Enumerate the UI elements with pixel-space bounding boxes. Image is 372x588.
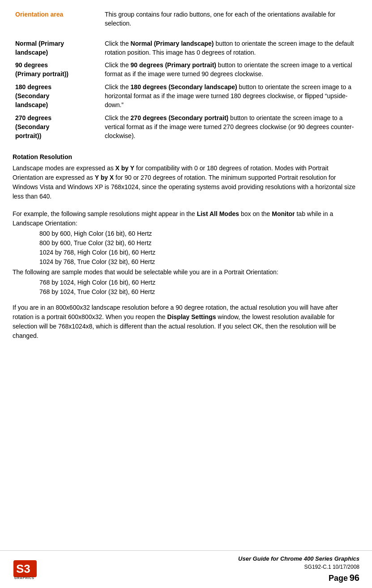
orientation-area-desc-cell: This group contains four radio buttons, … xyxy=(102,8,359,34)
orientation-area-row: Orientation area This group contains fou… xyxy=(13,8,359,34)
orientation-area-label-cell: Orientation area xyxy=(13,8,102,34)
x-by-y-bold: X by Y xyxy=(115,164,135,172)
footer-title: User Guide for Chrome 400 Series Graphic… xyxy=(238,554,359,563)
bold-90: 90 degrees (Primary portrait) xyxy=(131,61,216,69)
desc-180: Click the 180 degrees (Secondary landsca… xyxy=(102,81,359,112)
monitor-bold: Monitor xyxy=(272,210,295,217)
landscape-list: 800 by 600, High Color (16 bit), 60 Hert… xyxy=(39,229,359,267)
footer-page-number: Page 96 xyxy=(238,571,359,584)
resolution-note-section: If you are in an 800x600x32 landscape re… xyxy=(13,303,359,341)
orientation-item-0: Normal (Primarylandscape) Click the Norm… xyxy=(13,37,359,59)
landscape-item-3: 1024 by 768, High Color (16 bit), 60 Her… xyxy=(39,248,359,257)
portrait-item-1: 768 by 1024, High Color (16 bit), 60 Her… xyxy=(39,278,359,287)
example-section: For example, the following sample resolu… xyxy=(13,209,359,297)
y-by-x-bold: Y by X xyxy=(95,174,114,181)
bold-270: 270 degrees (Secondary portrait) xyxy=(131,114,229,121)
resolution-note-text: If you are in an 800x600x32 landscape re… xyxy=(13,303,359,341)
list-all-modes-bold: List All Modes xyxy=(197,210,239,217)
orientation-item-1: 90 degrees(Primary portrait)) Click the … xyxy=(13,59,359,81)
term-180: 180 degrees(Secondarylandscape) xyxy=(13,81,102,112)
orientation-item-3: 270 degrees(Secondaryportrait)) Click th… xyxy=(13,112,359,143)
svg-text:S3: S3 xyxy=(16,562,30,575)
display-settings-bold: Display Settings xyxy=(167,313,216,320)
orientation-item-2: 180 degrees(Secondarylandscape) Click th… xyxy=(13,81,359,112)
spacer-row-1 xyxy=(13,34,359,37)
footer-page-num-value: 96 xyxy=(350,573,359,583)
s3-graphics-logo: S3 GRAPHICS xyxy=(13,558,39,580)
landscape-item-1: 800 by 600, High Color (16 bit), 60 Hert… xyxy=(39,229,359,238)
landscape-item-4: 1024 by 768, True Color (32 bit), 60 Her… xyxy=(39,257,359,267)
example-intro: For example, the following sample resolu… xyxy=(13,209,359,228)
term-270: 270 degrees(Secondaryportrait)) xyxy=(13,112,102,143)
footer-doc-id: SG192-C.1 10/17/2008 xyxy=(238,563,359,571)
rotation-resolution-title: Rotation Resolution xyxy=(13,152,359,162)
desc-normal: Click the Normal (Primary landscape) but… xyxy=(102,37,359,59)
svg-text:GRAPHICS: GRAPHICS xyxy=(14,576,34,579)
bold-normal: Normal (Primary landscape) xyxy=(131,40,214,47)
desc-270: Click the 270 degrees (Secondary portrai… xyxy=(102,112,359,143)
orientation-area-description: This group contains four radio buttons, … xyxy=(105,11,335,27)
orientation-area-label: Orientation area xyxy=(15,11,63,18)
portrait-item-2: 768 by 1024, True Color (32 bit), 60 Her… xyxy=(39,287,359,297)
footer-page-label: Page xyxy=(329,574,348,583)
bold-180: 180 degrees (Secondary landscape) xyxy=(131,83,237,91)
main-content: Orientation area This group contains fou… xyxy=(0,0,372,550)
rotation-resolution-section: Rotation Resolution Landscape modes are … xyxy=(13,152,359,201)
term-normal: Normal (Primarylandscape) xyxy=(13,37,102,59)
portrait-intro: The following are sample modes that woul… xyxy=(13,268,359,277)
page-footer: S3 GRAPHICS User Guide for Chrome 400 Se… xyxy=(0,550,372,588)
desc-90: Click the 90 degrees (Primary portrait) … xyxy=(102,59,359,81)
rotation-resolution-body: Landscape modes are expressed as X by Y … xyxy=(13,164,359,201)
landscape-item-2: 800 by 600, True Color (32 bit), 60 Hert… xyxy=(39,238,359,248)
portrait-list: 768 by 1024, High Color (16 bit), 60 Her… xyxy=(39,278,359,297)
orientation-table: Orientation area This group contains fou… xyxy=(13,8,359,143)
footer-text-block: User Guide for Chrome 400 Series Graphic… xyxy=(238,554,359,585)
term-90: 90 degrees(Primary portrait)) xyxy=(13,59,102,81)
